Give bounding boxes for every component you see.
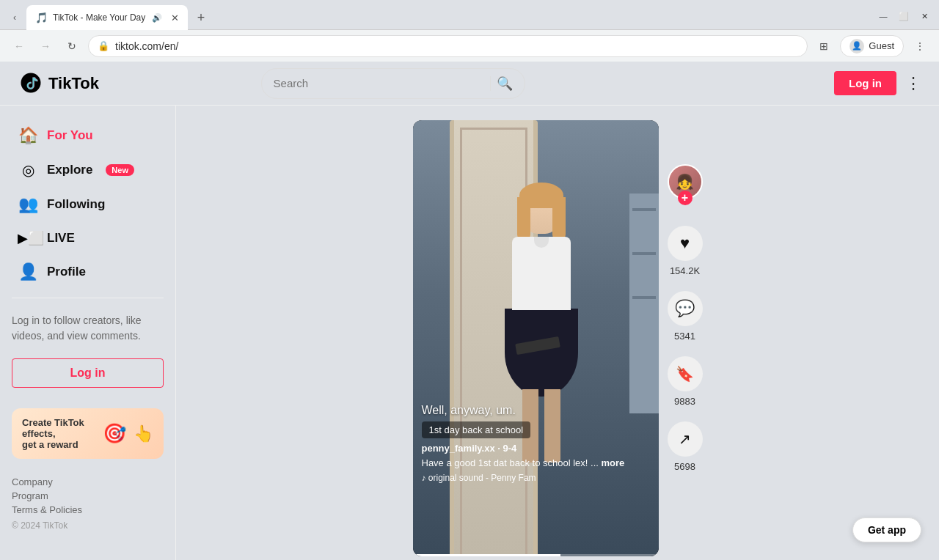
extensions-icon[interactable]: ⊞ <box>814 36 834 56</box>
window-controls: — ⬜ ✕ <box>874 7 933 28</box>
guest-profile-button[interactable]: 👤 Guest <box>840 35 904 57</box>
video-feed: Well, anyway, um. 1st day back at school… <box>413 120 703 545</box>
video-progress-fill <box>413 554 560 556</box>
following-icon: 👥 <box>18 195 38 214</box>
video-progress-bar[interactable] <box>413 554 659 556</box>
share-button[interactable]: ↗ 5698 <box>668 421 703 472</box>
share-count: 5698 <box>674 461 695 472</box>
login-button[interactable]: Log in <box>834 71 896 95</box>
effects-line1: Create TikTok effects, <box>22 417 95 439</box>
sidebar-footer: Company Program Terms & Policies © 2024 … <box>0 465 175 543</box>
tiktok-page: TikTok 🔍 Log in ⋮ 🏠 For You <box>0 62 939 560</box>
explore-badge: New <box>106 164 134 176</box>
back-button[interactable]: ← <box>9 36 29 56</box>
footer-company-link[interactable]: Company <box>12 476 164 487</box>
tab-controls: ‹ <box>6 9 23 26</box>
sidebar-divider <box>12 298 164 298</box>
tab-favicon: 🎵 <box>35 12 47 23</box>
header-actions: Log in ⋮ <box>834 71 921 95</box>
search-icon[interactable]: 🔍 <box>497 75 513 92</box>
tiktok-logo-icon <box>18 70 44 97</box>
logo-text: TikTok <box>48 74 99 93</box>
refresh-button[interactable]: ↻ <box>62 36 82 56</box>
tab-close-button[interactable]: ✕ <box>171 12 179 23</box>
browser-window: ‹ 🎵 TikTok - Make Your Day 🔊 ✕ + — ⬜ ✕ ←… <box>0 0 939 560</box>
video-description: Have a good 1st dat back to school lex! … <box>422 457 650 470</box>
comment-button[interactable]: 💬 5341 <box>668 291 703 342</box>
video-tag: 1st day back at school <box>422 421 531 438</box>
video-caption: Well, anyway, um. <box>422 404 650 417</box>
search-divider <box>490 76 491 91</box>
profile-icon: 👤 <box>18 262 38 281</box>
for-you-label: For You <box>47 128 93 143</box>
address-bar[interactable]: 🔒 tiktok.com/en/ <box>88 35 808 57</box>
explore-icon: ◎ <box>18 161 38 179</box>
sidebar-item-for-you[interactable]: 🏠 For You <box>6 119 169 152</box>
live-label: LIVE <box>47 231 75 246</box>
tab-prev-button[interactable]: ‹ <box>6 9 23 26</box>
footer-program-link[interactable]: Program <box>12 490 164 501</box>
effects-text-area: Create TikTok effects, get a reward <box>22 417 95 450</box>
more-options-icon[interactable]: ⋮ <box>905 74 921 93</box>
effects-line2: get a reward <box>22 439 95 450</box>
maximize-button[interactable]: ⬜ <box>895 7 913 25</box>
video-sound: ♪ original sound - Penny Fam <box>422 473 650 483</box>
like-count: 154.2K <box>670 265 700 276</box>
url-text: tiktok.com/en/ <box>115 40 178 52</box>
follow-plus-icon[interactable]: + <box>678 191 693 205</box>
effects-hand-icon: 👆 <box>134 424 153 443</box>
get-app-button[interactable]: Get app <box>852 517 921 542</box>
content-area: Well, anyway, um. 1st day back at school… <box>176 106 939 560</box>
video-shelf <box>629 194 659 413</box>
home-icon: 🏠 <box>18 126 38 145</box>
lock-icon: 🔒 <box>98 40 109 51</box>
browser-menu-button[interactable]: ⋮ <box>910 36 930 56</box>
toolbar-actions: ⊞ 👤 Guest ⋮ <box>814 35 930 57</box>
footer-copyright: © 2024 TikTok <box>12 520 67 531</box>
search-bar[interactable]: 🔍 <box>261 68 525 99</box>
comment-count: 5341 <box>674 331 695 342</box>
active-tab[interactable]: 🎵 TikTok - Make Your Day 🔊 ✕ <box>26 5 188 30</box>
explore-label: Explore <box>47 163 92 177</box>
logo-area[interactable]: TikTok <box>18 70 99 97</box>
bookmark-icon: 🔖 <box>668 356 703 391</box>
effects-banner[interactable]: Create TikTok effects, get a reward 🎯 👆 <box>12 408 164 459</box>
video-overlay: Well, anyway, um. 1st day back at school… <box>422 404 650 483</box>
sidebar-login-button[interactable]: Log in <box>12 358 164 388</box>
minimize-button[interactable]: — <box>874 7 892 25</box>
profile-label: Profile <box>47 265 86 279</box>
share-icon: ↗ <box>668 421 703 457</box>
sidebar: 🏠 For You ◎ Explore New 👥 Following ▶⬜ <box>0 106 176 560</box>
site-header: TikTok 🔍 Log in ⋮ <box>0 62 939 106</box>
footer-terms-link[interactable]: Terms & Policies <box>12 504 164 515</box>
tab-bar: ‹ 🎵 TikTok - Make Your Day 🔊 ✕ + — ⬜ ✕ <box>0 0 939 29</box>
sidebar-cta-text: Log in to follow creators, like videos, … <box>0 307 175 350</box>
live-icon: ▶⬜ <box>18 230 38 246</box>
tab-mute-icon[interactable]: 🔊 <box>152 13 162 23</box>
video-username: penny_family.xx · 9-4 <box>422 443 650 454</box>
browser-toolbar: ← → ↻ 🔒 tiktok.com/en/ ⊞ 👤 Guest ⋮ <box>0 29 939 62</box>
tab-title: TikTok - Make Your Day <box>53 12 146 23</box>
guest-avatar: 👤 <box>850 39 864 54</box>
like-button[interactable]: ♥ 154.2K <box>668 226 703 276</box>
comment-icon: 💬 <box>668 291 703 326</box>
guest-label: Guest <box>869 40 894 51</box>
bookmark-button[interactable]: 🔖 9883 <box>668 356 703 407</box>
new-tab-button[interactable]: + <box>191 7 211 28</box>
search-input[interactable] <box>274 77 484 89</box>
video-player[interactable]: Well, anyway, um. 1st day back at school… <box>413 120 659 556</box>
sidebar-item-live[interactable]: ▶⬜ LIVE <box>6 223 169 254</box>
forward-button[interactable]: → <box>35 36 56 56</box>
video-more-link[interactable]: more <box>602 457 625 468</box>
sidebar-item-explore[interactable]: ◎ Explore New <box>6 154 169 186</box>
creator-avatar-button[interactable]: 👧 + <box>668 164 703 199</box>
effects-icon: 🎯 <box>103 422 126 445</box>
like-icon: ♥ <box>668 226 703 261</box>
main-layout: 🏠 For You ◎ Explore New 👥 Following ▶⬜ <box>0 106 939 560</box>
video-actions: 👧 + ♥ 154.2K <box>659 120 703 545</box>
sidebar-item-profile[interactable]: 👤 Profile <box>6 255 169 289</box>
bookmark-count: 9883 <box>674 396 695 407</box>
following-label: Following <box>47 197 105 212</box>
sidebar-item-following[interactable]: 👥 Following <box>6 188 169 221</box>
close-button[interactable]: ✕ <box>916 7 933 25</box>
